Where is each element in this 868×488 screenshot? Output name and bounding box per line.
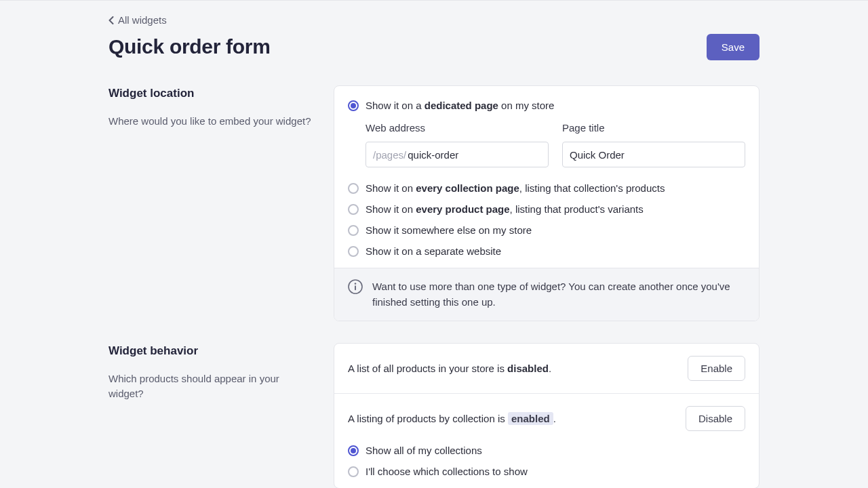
info-icon	[348, 279, 363, 294]
radio-icon	[348, 466, 359, 477]
radio-label: Show all of my collections	[366, 443, 482, 458]
widget-behavior-title: Widget behavior	[108, 343, 312, 359]
radio-show-all-collections[interactable]: Show all of my collections	[348, 443, 745, 458]
radio-dedicated-page[interactable]: Show it on a dedicated page on my store	[348, 98, 745, 113]
radio-label: I'll choose which collections to show	[366, 464, 528, 479]
breadcrumb-label: All widgets	[118, 13, 167, 27]
radio-every-collection[interactable]: Show it on every collection page, listin…	[348, 181, 745, 195]
radio-icon	[348, 225, 359, 236]
web-address-input-wrap[interactable]: /pages/	[366, 142, 549, 167]
save-button[interactable]: Save	[707, 34, 760, 60]
radio-label: Show it on every product page, listing t…	[366, 202, 644, 216]
radio-icon	[348, 246, 359, 257]
radio-label: Show it on a separate website	[366, 244, 501, 258]
radio-label: Show it on a dedicated page on my store	[366, 98, 554, 113]
page-title-input-wrap[interactable]	[562, 142, 745, 167]
radio-label: Show it on every collection page, listin…	[366, 181, 665, 195]
info-banner: Want to use more than one type of widget…	[334, 268, 759, 321]
enable-button[interactable]: Enable	[688, 356, 745, 381]
widget-location-card: Show it on a dedicated page on my store …	[334, 85, 760, 321]
breadcrumb-all-widgets[interactable]: All widgets	[108, 13, 167, 27]
widget-behavior-desc: Which products should appear in your wid…	[108, 371, 312, 402]
page-title-input[interactable]	[570, 149, 738, 161]
widget-behavior-card: A list of all products in your store is …	[334, 343, 760, 488]
svg-rect-2	[355, 285, 356, 290]
radio-icon	[348, 100, 359, 111]
info-text: Want to use more than one type of widget…	[372, 279, 745, 310]
radio-choose-collections[interactable]: I'll choose which collections to show	[348, 464, 745, 479]
radio-icon	[348, 183, 359, 194]
radio-separate-website[interactable]: Show it on a separate website	[348, 244, 745, 258]
web-address-label: Web address	[366, 121, 549, 135]
collections-status: A listing of products by collection is e…	[348, 411, 556, 426]
radio-somewhere-else[interactable]: Show it somewhere else on my store	[348, 223, 745, 237]
web-address-prefix: /pages/	[373, 148, 406, 162]
web-address-input[interactable]	[408, 149, 541, 161]
enabled-badge: enabled	[508, 412, 553, 425]
radio-label: Show it somewhere else on my store	[366, 223, 532, 237]
radio-icon	[348, 445, 359, 456]
page-title-label: Page title	[562, 121, 745, 135]
radio-icon	[348, 204, 359, 215]
chevron-left-icon	[108, 16, 114, 24]
widget-location-title: Widget location	[108, 85, 312, 102]
disable-button[interactable]: Disable	[686, 406, 745, 431]
radio-every-product[interactable]: Show it on every product page, listing t…	[348, 202, 745, 216]
svg-point-1	[355, 283, 357, 285]
page-title: Quick order form	[108, 33, 271, 61]
widget-location-desc: Where would you like to embed your widge…	[108, 114, 312, 129]
all-products-status: A list of all products in your store is …	[348, 361, 551, 375]
